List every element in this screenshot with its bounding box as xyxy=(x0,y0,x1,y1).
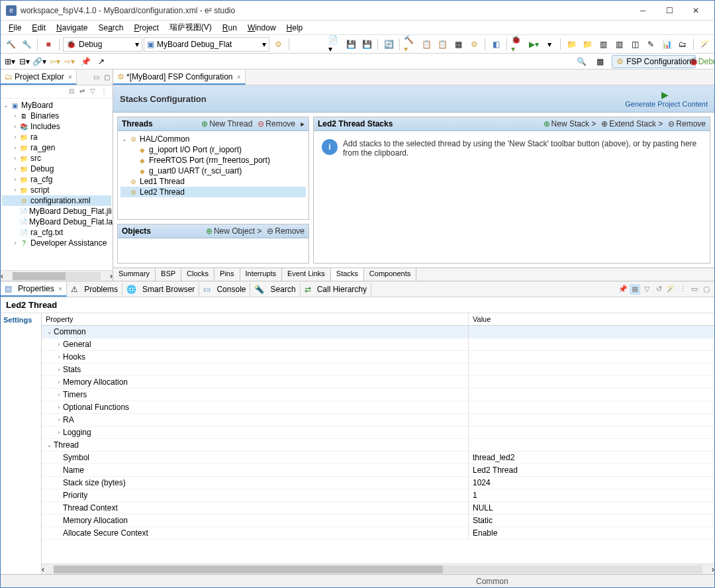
minimize-view-icon[interactable]: ▭ xyxy=(91,73,101,82)
new-thread-button[interactable]: ⊕New Thread xyxy=(201,119,252,128)
menu-renesas[interactable]: 瑞萨视图(V) xyxy=(164,21,217,34)
gear2-icon[interactable]: ⚙ xyxy=(467,37,481,52)
tool9-icon[interactable]: ▥ xyxy=(612,37,626,52)
tree-ra[interactable]: ›📁ra xyxy=(2,132,111,142)
tool11-icon[interactable]: ✎ xyxy=(644,37,658,52)
stop-icon[interactable]: ■ xyxy=(41,37,56,52)
expand-icon[interactable]: ⊞▾ xyxy=(3,55,17,68)
project-tree[interactable]: ⌄▣MyBoard ›🗎Binaries ›📚Includes ›📁ra ›📁r… xyxy=(1,99,113,270)
tool3-icon[interactable]: 📋 xyxy=(435,37,450,52)
fsp-perspective-button[interactable]: ⚙ FSP Configuration xyxy=(612,55,696,68)
hammer-icon[interactable]: 🔨 xyxy=(3,37,18,52)
wand-icon[interactable]: 🪄 xyxy=(665,284,676,295)
prop-row[interactable]: ›Stats xyxy=(42,364,714,376)
export-icon[interactable]: ↗ xyxy=(95,55,108,68)
thread-item[interactable]: ◆FreeRTOS Port (rm_freertos_port) xyxy=(120,155,306,166)
properties-tab[interactable]: ▤ Properties× xyxy=(1,282,67,297)
prop-priority[interactable]: Priority1 xyxy=(42,489,714,502)
tool2-icon[interactable]: 📋 xyxy=(419,37,434,52)
wand-icon[interactable]: 🪄 xyxy=(697,37,712,52)
pin-icon[interactable]: 📌 xyxy=(618,284,628,295)
prop-row[interactable]: ›Logging xyxy=(42,426,714,439)
maximize-button[interactable]: ☐ xyxy=(656,1,683,20)
prop-memory-alloc[interactable]: Memory AllocationStatic xyxy=(42,514,714,527)
hal-common-node[interactable]: ⌄⚙HAL/Common xyxy=(120,134,306,144)
prop-row[interactable]: ›General xyxy=(42,338,714,351)
tool12-icon[interactable]: 📊 xyxy=(659,37,674,52)
save-all-icon[interactable]: 💾 xyxy=(359,37,374,52)
tree-config-xml[interactable]: ⚙configuration.xml xyxy=(2,195,111,206)
tool10-icon[interactable]: ◫ xyxy=(628,37,642,52)
settings-category[interactable]: Settings xyxy=(3,316,38,324)
pin-icon[interactable]: 📌 xyxy=(79,55,92,68)
tool4-icon[interactable]: ▦ xyxy=(451,37,465,52)
search-icon[interactable]: 🔍 xyxy=(575,55,588,68)
prop-stack-size[interactable]: Stack size (bytes)1024 xyxy=(42,477,714,489)
tool-icon[interactable]: 🔧 xyxy=(19,37,34,52)
save-icon[interactable]: 💾 xyxy=(344,37,358,52)
run-icon[interactable]: ▶▾ xyxy=(526,37,541,52)
new-icon[interactable]: 📄▾ xyxy=(328,37,342,52)
menu-help[interactable]: Help xyxy=(281,22,309,34)
tab-event-links[interactable]: Event Links xyxy=(282,268,331,281)
close-tab-icon[interactable]: × xyxy=(68,73,72,81)
tab-components[interactable]: Components xyxy=(364,268,416,281)
tree-ra-cfg[interactable]: ›📁ra_cfg xyxy=(2,174,111,185)
search-tab[interactable]: 🔦 Search xyxy=(250,283,300,296)
tab-stacks[interactable]: Stacks xyxy=(331,268,364,281)
scrollbar-h[interactable]: ‹› xyxy=(1,270,113,281)
call-hierarchy-tab[interactable]: ⇄ Call Hierarchy xyxy=(301,283,371,296)
tab-clocks[interactable]: Clocks xyxy=(181,268,215,281)
tab-interrupts[interactable]: Interrupts xyxy=(240,268,282,281)
collapse-icon[interactable]: ⊟▾ xyxy=(18,55,31,68)
panel-menu-icon[interactable]: ▸ xyxy=(301,119,305,128)
menu-file[interactable]: FFileile xyxy=(3,22,26,34)
close-button[interactable]: ✕ xyxy=(683,1,709,20)
menu-icon[interactable]: ⋮ xyxy=(101,87,110,97)
tree-debug[interactable]: ›📁Debug xyxy=(2,164,111,174)
new-object-button[interactable]: ⊕New Object > xyxy=(206,226,262,236)
build-icon[interactable]: 🔨▾ xyxy=(403,37,418,52)
prop-row[interactable]: ›Optional Functions xyxy=(42,401,714,414)
tab-pins[interactable]: Pins xyxy=(215,268,240,281)
prop-symbol[interactable]: Symbolthread_led2 xyxy=(42,452,714,464)
smart-browser-tab[interactable]: 🌐 Smart Browser xyxy=(122,283,199,296)
tree-script[interactable]: ›📁script xyxy=(2,185,111,195)
maximize-view-icon[interactable]: ▢ xyxy=(102,73,111,82)
scrollbar-h[interactable]: ‹› xyxy=(42,564,714,574)
debug-icon[interactable]: 🐞▾ xyxy=(510,37,525,52)
tool6-icon[interactable]: 📁 xyxy=(564,37,579,52)
menu-icon[interactable]: ⋮ xyxy=(677,284,688,295)
menu-window[interactable]: Window xyxy=(242,22,281,34)
tab-bsp[interactable]: BSP xyxy=(156,268,181,281)
prop-name[interactable]: NameLed2 Thread xyxy=(42,464,714,477)
menu-edit[interactable]: Edit xyxy=(26,22,51,34)
column-value[interactable]: Value xyxy=(469,313,495,325)
tree-src[interactable]: ›📁src xyxy=(2,153,111,164)
defaults-icon[interactable]: ↺ xyxy=(653,284,664,295)
back-icon[interactable]: ⇦▾ xyxy=(48,55,62,68)
remove-thread-button[interactable]: ⊖Remove xyxy=(258,119,295,128)
filter-icon[interactable]: ▽ xyxy=(90,87,99,97)
generate-content-button[interactable]: ▶ Generate Project Content xyxy=(625,89,708,108)
tool13-icon[interactable]: 🗂 xyxy=(675,37,690,52)
led2-thread[interactable]: ⚙Led2 Thread xyxy=(120,187,306,197)
group-common[interactable]: ⌄Common xyxy=(42,326,714,338)
project-root[interactable]: ⌄▣MyBoard xyxy=(2,100,111,111)
tree-binaries[interactable]: ›🗎Binaries xyxy=(2,111,111,121)
tree-ra-gen[interactable]: ›📁ra_gen xyxy=(2,142,111,153)
categories-icon[interactable]: ▦ xyxy=(630,284,640,295)
menu-search[interactable]: Search xyxy=(93,22,128,34)
close-editor-icon[interactable]: × xyxy=(237,73,241,81)
coverage-icon[interactable]: ▾ xyxy=(542,37,557,52)
tree-cfg-txt[interactable]: 📄ra_cfg.txt xyxy=(2,227,111,238)
tree-jli-file[interactable]: 📄MyBoard Debug_Flat.jli xyxy=(2,206,111,217)
prop-row[interactable]: ›Hooks xyxy=(42,351,714,364)
led1-thread[interactable]: ⚙Led1 Thread xyxy=(120,176,306,187)
console-tab[interactable]: ▭ Console xyxy=(199,283,250,296)
prop-thread-context[interactable]: Thread ContextNULL xyxy=(42,502,714,514)
project-explorer-tab[interactable]: 🗂 Project Explor × xyxy=(1,70,77,85)
minimize-button[interactable]: ─ xyxy=(630,1,656,20)
thread-item[interactable]: ◆g_uart0 UART (r_sci_uart) xyxy=(120,166,306,176)
tab-summary[interactable]: Summary xyxy=(113,268,156,281)
